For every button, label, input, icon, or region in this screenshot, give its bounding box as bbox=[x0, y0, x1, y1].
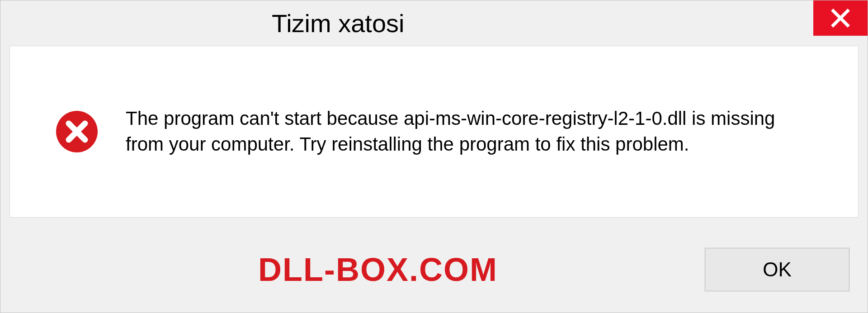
error-message: The program can't start because api-ms-w… bbox=[126, 106, 804, 157]
close-button[interactable] bbox=[813, 0, 868, 36]
dialog-footer: DLL-BOX.COM OK bbox=[0, 227, 868, 313]
content-panel: The program can't start because api-ms-w… bbox=[9, 46, 859, 218]
ok-button[interactable]: OK bbox=[705, 248, 849, 291]
watermark-text: DLL-BOX.COM bbox=[258, 251, 498, 288]
error-dialog: Tizim xatosi The program can't start bec… bbox=[0, 0, 868, 313]
close-icon bbox=[830, 8, 850, 28]
titlebar: Tizim xatosi bbox=[0, 0, 868, 46]
error-icon bbox=[55, 110, 99, 153]
dialog-title: Tizim xatosi bbox=[272, 9, 405, 38]
